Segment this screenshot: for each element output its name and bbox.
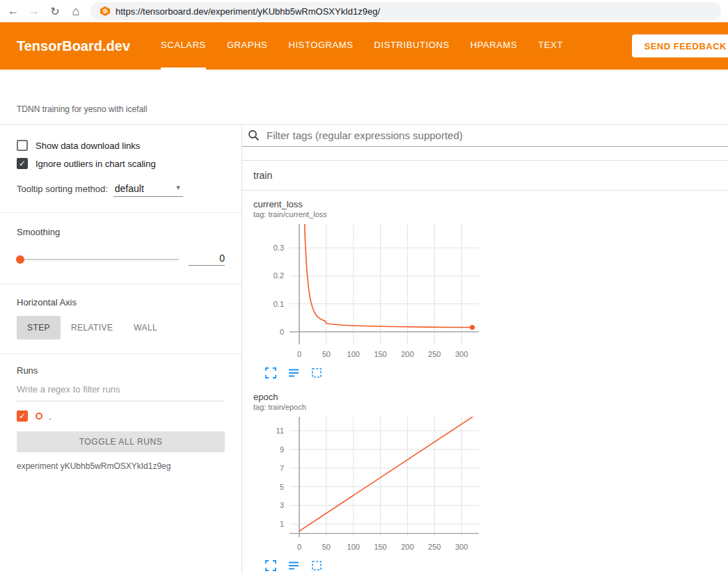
svg-text:100: 100 (347, 350, 360, 358)
svg-text:150: 150 (374, 543, 386, 551)
settings-sidebar: Show data download links ✓ Ignore outlie… (0, 125, 242, 574)
svg-text:250: 250 (428, 350, 441, 358)
chart-tag: tag: train/epoch (253, 403, 483, 411)
line-chart[interactable]: 0501001502002503001357911 (253, 413, 483, 555)
line-chart[interactable]: 05010015020025030000.10.20.3 (253, 220, 483, 362)
address-bar[interactable]: https://tensorboard.dev/experiment/yKUbh… (90, 2, 721, 20)
home-icon[interactable]: ⌂ (65, 1, 86, 21)
svg-text:200: 200 (401, 350, 413, 358)
svg-text:5: 5 (280, 483, 284, 491)
forward-icon[interactable]: → (24, 1, 45, 21)
browser-toolbar: ← → ↻ ⌂ https://tensorboard.dev/experime… (0, 0, 728, 22)
run-name: . (49, 411, 52, 422)
ignore-outliers-checkbox[interactable]: ✓ (17, 158, 28, 169)
main-nav: SCALARS GRAPHS HISTOGRAMS DISTRIBUTIONS … (161, 22, 563, 70)
experiment-description-row: TDNN training for yesno with icefall (0, 70, 728, 125)
svg-text:150: 150 (374, 350, 386, 358)
tab-histograms[interactable]: HISTOGRAMS (288, 22, 353, 70)
svg-text:200: 200 (401, 543, 413, 551)
scalars-main: train current_loss tag: train/current_lo… (242, 125, 728, 574)
tab-hparams[interactable]: HPARAMS (470, 22, 518, 70)
svg-text:3: 3 (280, 501, 284, 509)
tab-graphs[interactable]: GRAPHS (227, 22, 268, 70)
smoothing-slider[interactable] (17, 259, 179, 260)
run-selector-icon[interactable] (287, 367, 300, 379)
svg-text:50: 50 (322, 350, 331, 358)
toggle-all-runs-button[interactable]: TOGGLE ALL RUNS (17, 431, 225, 452)
horizontal-axis-buttons: STEP RELATIVE WALL (17, 316, 225, 340)
smoothing-slider-thumb[interactable] (16, 255, 24, 264)
search-icon (248, 129, 260, 141)
experiment-description: TDNN training for yesno with icefall (17, 104, 147, 114)
runs-label: Runs (17, 365, 225, 376)
svg-text:0.2: 0.2 (274, 271, 284, 280)
tag-filter-row (242, 125, 728, 147)
svg-text:300: 300 (455, 543, 468, 551)
chart-toolbar (253, 555, 483, 572)
run-color-ring-icon (35, 413, 42, 420)
back-icon[interactable]: ← (3, 1, 24, 21)
train-card: train current_loss tag: train/current_lo… (242, 160, 728, 574)
svg-text:11: 11 (276, 426, 284, 435)
reload-icon[interactable]: ↻ (45, 1, 65, 21)
tooltip-sorting-label: Tooltip sorting method: (17, 184, 108, 194)
experiment-caption: experiment yKUbhb5wRmOSXYkId1z9eg (17, 461, 225, 471)
chart-current-loss: current_loss tag: train/current_loss 050… (253, 193, 483, 379)
site-favicon (100, 6, 110, 16)
axis-relative-button[interactable]: RELATIVE (61, 316, 123, 340)
expand-chart-icon[interactable] (264, 367, 277, 379)
svg-text:50: 50 (322, 543, 331, 551)
chart-tag: tag: train/current_loss (253, 210, 483, 218)
svg-text:250: 250 (428, 543, 441, 551)
app-header: TensorBoard.dev SCALARS GRAPHS HISTOGRAM… (0, 22, 728, 70)
svg-text:100: 100 (347, 543, 360, 551)
ignore-outliers-label: Ignore outliers in chart scaling (35, 159, 156, 169)
tooltip-sorting-value: default (115, 183, 144, 194)
send-feedback-button[interactable]: SEND FEEDBACK (632, 35, 728, 58)
smoothing-label: Smoothing (17, 227, 225, 237)
ignore-outliers-row[interactable]: ✓ Ignore outliers in chart scaling (17, 158, 225, 169)
svg-text:9: 9 (280, 445, 284, 454)
fit-domain-icon[interactable] (310, 367, 323, 379)
chart-title: epoch (253, 392, 483, 402)
runs-filter-input[interactable] (17, 377, 225, 401)
axis-wall-button[interactable]: WALL (123, 316, 168, 340)
run-checkbox[interactable]: ✓ (17, 410, 28, 422)
svg-text:0: 0 (297, 350, 301, 358)
tab-scalars[interactable]: SCALARS (161, 22, 206, 70)
tooltip-sorting-dropdown[interactable]: default ▾ (113, 183, 183, 197)
train-section-header[interactable]: train (242, 161, 728, 191)
svg-text:0.3: 0.3 (274, 244, 284, 252)
svg-text:0.1: 0.1 (274, 300, 284, 308)
show-download-links-row[interactable]: Show data download links (17, 140, 225, 151)
chart-epoch: epoch tag: train/epoch 05010015020025030… (253, 386, 483, 572)
run-selector-icon[interactable] (287, 559, 300, 572)
charts-grid: current_loss tag: train/current_loss 050… (242, 191, 728, 574)
tab-text[interactable]: TEXT (538, 22, 563, 70)
show-download-links-label: Show data download links (35, 141, 140, 151)
svg-text:300: 300 (455, 350, 468, 358)
url-text: https://tensorboard.dev/experiment/yKUbh… (116, 6, 380, 17)
expand-chart-icon[interactable] (264, 559, 277, 572)
smoothing-value-input[interactable] (189, 253, 225, 266)
tab-distributions[interactable]: DISTRIBUTIONS (374, 22, 450, 70)
app-title: TensorBoard.dev (17, 22, 130, 70)
svg-text:0: 0 (297, 543, 301, 551)
horizontal-axis-label: Horizontal Axis (17, 297, 225, 308)
svg-text:7: 7 (280, 464, 284, 472)
svg-text:0: 0 (280, 328, 284, 336)
chevron-down-icon: ▾ (176, 183, 180, 194)
tag-filter-input[interactable] (267, 129, 728, 141)
run-row[interactable]: ✓ . (17, 410, 225, 422)
fit-domain-icon[interactable] (310, 559, 323, 572)
chart-toolbar (253, 362, 483, 379)
show-download-links-checkbox[interactable] (17, 140, 28, 151)
axis-step-button[interactable]: STEP (17, 316, 61, 340)
chart-title: current_loss (253, 199, 483, 209)
svg-text:1: 1 (280, 520, 284, 528)
